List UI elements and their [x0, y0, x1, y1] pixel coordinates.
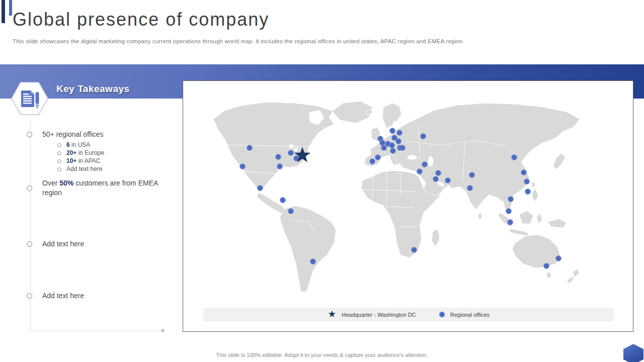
- slide-subtitle: This slide showcases the digital marketi…: [13, 38, 463, 44]
- office-dot: [400, 145, 406, 151]
- office-dot: [521, 170, 527, 175]
- map-legend: ★ Headquarter - Washington DC Regional o…: [203, 308, 614, 321]
- office-dot: [525, 189, 531, 195]
- office-dot: [421, 134, 426, 139]
- office-dot: [370, 159, 375, 164]
- office-dot: [469, 172, 475, 178]
- office-dot: [467, 186, 473, 191]
- circle-bullet-icon: [27, 132, 32, 137]
- circle-bullet-icon: [57, 167, 61, 171]
- document-pen-icon: [10, 78, 49, 119]
- legend-regional-offices-label: Regional offices: [450, 312, 490, 318]
- office-dot-icon: [439, 312, 445, 317]
- takeaway-subitem-text: 10+ in APAC: [66, 158, 101, 164]
- corner-hexagon: [623, 344, 643, 362]
- office-dot: [247, 145, 253, 151]
- takeaway-subitem-text: 20+ in Europe: [66, 150, 104, 156]
- office-dot: [556, 256, 561, 261]
- office-dot: [422, 162, 428, 167]
- office-dot: [512, 155, 517, 160]
- office-dot: [389, 143, 395, 148]
- office-dot: [277, 164, 283, 169]
- takeaway-subitem: 6 in USA: [57, 142, 104, 148]
- slide: Global presence of company This slide sh…: [0, 0, 644, 362]
- office-dot: [506, 209, 512, 214]
- star-icon: ★: [328, 309, 336, 319]
- office-dot: [524, 179, 530, 185]
- takeaway-item: Add text here: [23, 239, 176, 249]
- circle-bullet-icon: [57, 151, 61, 155]
- takeaway-subitem: 20+ in Europe: [57, 150, 104, 156]
- office-dot: [417, 169, 423, 174]
- circle-bullet-icon: [57, 143, 61, 147]
- takeaway-text: Add text here: [42, 291, 84, 301]
- office-dot: [544, 263, 549, 269]
- office-dot: [508, 220, 513, 225]
- office-dot: [445, 178, 451, 184]
- office-dot: [280, 198, 286, 203]
- takeaway-subitem-text: 6 in USA: [66, 142, 90, 148]
- office-dot: [240, 164, 246, 169]
- office-dot: [390, 128, 395, 134]
- legend-headquarter: ★ Headquarter - Washington DC: [328, 310, 416, 319]
- accent-bar-dark: [2, 0, 5, 23]
- office-dot: [288, 209, 294, 214]
- office-dot: [412, 247, 417, 253]
- takeaway-text: 50+ regional offices 6 in USA 20+ in Eur…: [42, 130, 104, 172]
- office-dot: [310, 259, 316, 264]
- takeaway-item: Over 50% customers are from EMEA region: [23, 178, 176, 198]
- office-dot: [288, 150, 294, 156]
- takeaway-text: Add text here: [42, 239, 84, 249]
- key-takeaways-badge: [10, 78, 49, 119]
- key-takeaways-heading: Key Takeaways: [56, 83, 130, 95]
- office-dot: [436, 170, 441, 176]
- page-title: Global presence of company: [13, 9, 269, 30]
- office-dot: [381, 145, 387, 151]
- legend-headquarter-label: Headquarter - Washington DC: [342, 312, 416, 318]
- takeaways-list: 50+ regional offices 6 in USA 20+ in Eur…: [23, 130, 176, 301]
- map-panel: ★ Headquarter - Washington DC Regional o…: [183, 80, 633, 332]
- takeaway-subitem: 10+ in APAC: [57, 158, 104, 164]
- office-dot: [433, 176, 439, 182]
- office-dot: [390, 148, 396, 154]
- connector-line-horizontal: [30, 331, 162, 331]
- office-dot: [276, 154, 281, 160]
- office-dot: [397, 130, 403, 136]
- accent-bar-blue: [9, 0, 12, 16]
- connector-end-dot: [161, 329, 165, 332]
- circle-bullet-icon: [27, 293, 32, 299]
- takeaway-subitem-text: Add text here: [66, 166, 102, 172]
- office-dot: [375, 155, 381, 160]
- circle-bullet-icon: [27, 241, 32, 247]
- footer-note: This slide is 100% editable. Adapt it to…: [0, 352, 644, 358]
- takeaway-text: Over 50% customers are from EMEA region: [42, 178, 160, 198]
- takeaway-item: 50+ regional offices 6 in USA 20+ in Eur…: [23, 130, 176, 172]
- office-dot: [396, 139, 401, 144]
- office-dot: [508, 197, 514, 202]
- legend-regional-offices: Regional offices: [439, 312, 490, 318]
- world-map: [183, 81, 633, 331]
- office-dot: [258, 186, 263, 191]
- circle-bullet-icon: [57, 159, 61, 163]
- office-dot: [380, 140, 385, 146]
- takeaway-sublist: 6 in USA 20+ in Europe 10+ in APAC Add t…: [42, 142, 104, 172]
- circle-bullet-icon: [27, 186, 32, 191]
- takeaway-item: Add text here: [23, 291, 176, 301]
- takeaway-subitem: Add text here: [57, 166, 104, 172]
